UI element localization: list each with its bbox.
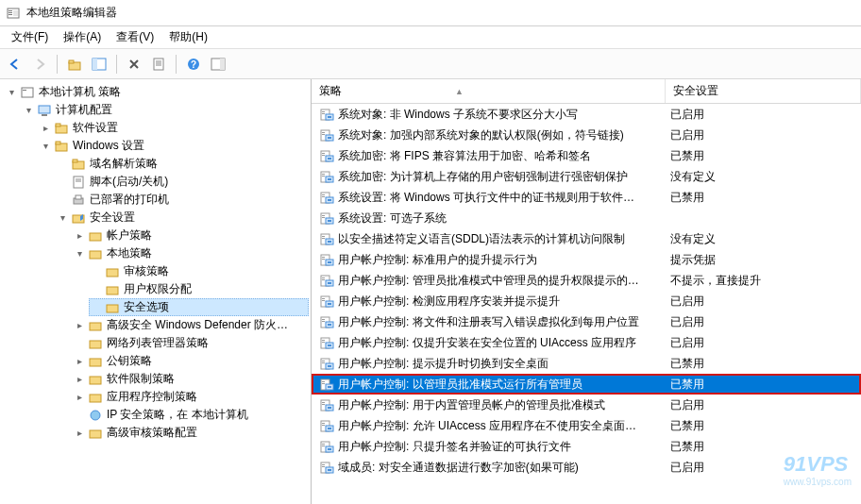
svg-rect-21 [56, 142, 60, 144]
policy-item-icon [319, 356, 334, 371]
tree-audit-policy[interactable]: 审核策略 [89, 262, 309, 280]
svg-rect-127 [322, 466, 325, 467]
tree-security-settings[interactable]: ▾安全设置 [55, 209, 309, 227]
expand-icon[interactable]: ▸ [74, 355, 86, 367]
up-button[interactable] [63, 53, 86, 76]
list-row[interactable]: 系统加密: 将 FIPS 兼容算法用于加密、哈希和签名已禁用 [312, 145, 861, 166]
svg-rect-96 [322, 340, 325, 341]
policy-item-icon [319, 210, 334, 226]
list-row[interactable]: 用户帐户控制: 提示提升时切换到安全桌面已禁用 [312, 353, 861, 374]
tree-label: 本地计算机 策略 [39, 84, 121, 100]
tree-label: 安全设置 [90, 210, 135, 226]
policy-name: 用户帐户控制: 以管理员批准模式运行所有管理员 [338, 377, 670, 393]
tree-software-restriction[interactable]: ▸软件限制策略 [72, 370, 309, 388]
back-button[interactable] [4, 53, 26, 76]
expand-icon[interactable]: ▸ [74, 229, 86, 242]
expand-icon[interactable]: ▸ [74, 373, 86, 385]
tree-windows-settings[interactable]: ▾Windows 设置 [38, 137, 309, 155]
tree-user-rights[interactable]: 用户权限分配 [89, 280, 309, 298]
svg-rect-9 [154, 59, 163, 70]
svg-rect-16 [39, 106, 50, 113]
tree-account-policy[interactable]: ▸帐户策略 [72, 227, 309, 244]
list-row[interactable]: 系统加密: 为计算机上存储的用户密钥强制进行强密钥保护没有定义 [312, 166, 861, 187]
help-button[interactable]: ? [182, 53, 205, 76]
expand-icon[interactable]: ▾ [57, 211, 69, 224]
policy-item-icon [319, 127, 334, 143]
tree-public-key[interactable]: ▸公钥策略 [72, 352, 309, 370]
list-pane[interactable]: 策略▲ 安全设置 系统对象: 非 Windows 子系统不要求区分大小写已启用系… [312, 79, 861, 504]
list-row[interactable]: 系统对象: 加强内部系统对象的默认权限(例如，符号链接)已启用 [312, 125, 861, 145]
policy-root-icon [20, 85, 35, 100]
expand-icon[interactable]: ▾ [6, 86, 18, 98]
svg-rect-117 [322, 425, 325, 426]
expand-icon[interactable]: ▾ [40, 140, 52, 152]
policy-tree: ▾ 本地计算机 策略 ▾ 计算机配置 ▸软件设置 [2, 83, 309, 442]
show-hide-tree-button[interactable] [88, 53, 110, 76]
list-row[interactable]: 域成员: 对安全通道数据进行数字加密(如果可能)已启用 [312, 457, 861, 478]
list-row[interactable]: 系统对象: 非 Windows 子系统不要求区分大小写已启用 [312, 104, 861, 125]
list-row[interactable]: 用户帐户控制: 只提升签名并验证的可执行文件已禁用 [312, 436, 861, 457]
svg-rect-122 [322, 445, 325, 446]
tree-computer-config[interactable]: ▾ 计算机配置 [21, 101, 309, 119]
policy-name: 用户帐户控制: 用于内置管理员帐户的管理员批准模式 [338, 397, 670, 413]
tree-network-list[interactable]: 网络列表管理器策略 [72, 334, 309, 352]
svg-rect-97 [322, 342, 325, 343]
tree-printers[interactable]: 已部署的打印机 [55, 191, 309, 209]
svg-rect-33 [90, 323, 101, 330]
list-row[interactable]: 用户帐户控制: 将文件和注册表写入错误虚拟化到每用户位置已启用 [312, 311, 861, 332]
tree-defender-firewall[interactable]: ▸高级安全 Windows Defender 防火… [72, 316, 309, 334]
svg-rect-107 [322, 383, 325, 384]
app-icon [6, 6, 21, 21]
list-row[interactable]: 用户帐户控制: 以管理员批准模式运行所有管理员已禁用 [312, 374, 861, 395]
tree-app-control[interactable]: ▸应用程序控制策略 [72, 388, 309, 406]
list-row[interactable]: 以安全描述符定义语言(SDDL)语法表示的计算机访问限制没有定义 [312, 228, 861, 249]
delete-button[interactable] [123, 53, 145, 76]
expand-icon[interactable]: ▸ [74, 319, 86, 331]
properties-button[interactable] [147, 53, 170, 76]
menu-action[interactable]: 操作(A) [56, 27, 109, 47]
svg-rect-71 [322, 236, 325, 237]
expand-icon[interactable]: ▸ [74, 427, 86, 439]
list-row[interactable]: 用户帐户控制: 仅提升安装在安全位置的 UIAccess 应用程序已启用 [312, 332, 861, 353]
tree-root[interactable]: ▾ 本地计算机 策略 [4, 83, 309, 101]
tree-ipsec[interactable]: IP 安全策略，在 本地计算机 [72, 406, 309, 424]
toolbar-separator [176, 55, 177, 74]
tree-pane[interactable]: ▾ 本地计算机 策略 ▾ 计算机配置 ▸软件设置 [0, 79, 312, 504]
policy-name: 系统对象: 非 Windows 子系统不要求区分大小写 [338, 107, 670, 123]
expand-icon[interactable]: ▾ [23, 104, 35, 116]
menu-help[interactable]: 帮助(H) [161, 27, 215, 47]
tree-local-policy[interactable]: ▾本地策略 [72, 244, 309, 262]
policy-value: 已禁用 [670, 377, 857, 393]
expand-icon[interactable]: ▾ [74, 247, 86, 260]
list-row[interactable]: 用户帐户控制: 检测应用程序安装并提示提升已启用 [312, 291, 861, 311]
list-row[interactable]: 系统设置: 将 Windows 可执行文件中的证书规则用于软件…已禁用 [312, 187, 861, 208]
list-row[interactable]: 用户帐户控制: 允许 UIAccess 应用程序在不使用安全桌面…已禁用 [312, 415, 861, 436]
svg-rect-49 [328, 137, 331, 139]
column-header-setting[interactable]: 安全设置 [666, 79, 861, 103]
policy-item-icon [319, 294, 334, 309]
expand-icon[interactable]: ▸ [40, 122, 52, 134]
expand-icon[interactable]: ▸ [74, 391, 86, 403]
forward-button[interactable] [28, 53, 51, 76]
list-row[interactable]: 系统设置: 可选子系统 [312, 208, 861, 228]
tree-software-settings[interactable]: ▸软件设置 [38, 119, 309, 137]
tree-security-options[interactable]: 安全选项 [89, 298, 309, 316]
list-row[interactable]: 用户帐户控制: 标准用户的提升提示行为提示凭据 [312, 249, 861, 270]
toolbar-separator [57, 55, 58, 74]
tree-scripts[interactable]: 脚本(启动/关机) [55, 173, 309, 191]
list-header: 策略▲ 安全设置 [312, 79, 861, 104]
column-header-policy[interactable]: 策略▲ [312, 79, 666, 103]
tree-dns-policy[interactable]: 域名解析策略 [55, 155, 309, 173]
list-row[interactable]: 用户帐户控制: 用于内置管理员帐户的管理员批准模式已启用 [312, 395, 861, 415]
content-area: ▾ 本地计算机 策略 ▾ 计算机配置 ▸软件设置 [0, 79, 861, 504]
tree-label: 帐户策略 [107, 227, 152, 244]
tree-advanced-audit[interactable]: ▸高级审核策略配置 [72, 424, 309, 442]
policy-name: 用户帐户控制: 标准用户的提升提示行为 [338, 252, 670, 268]
menu-file[interactable]: 文件(F) [4, 27, 56, 47]
menu-view[interactable]: 查看(V) [109, 27, 161, 47]
policy-value: 没有定义 [670, 231, 857, 247]
list-row[interactable]: 用户帐户控制: 管理员批准模式中管理员的提升权限提示的…不提示，直接提升 [312, 270, 861, 291]
svg-rect-54 [328, 158, 331, 160]
show-hide-action-pane-button[interactable] [207, 53, 229, 76]
folder-icon [71, 157, 86, 172]
